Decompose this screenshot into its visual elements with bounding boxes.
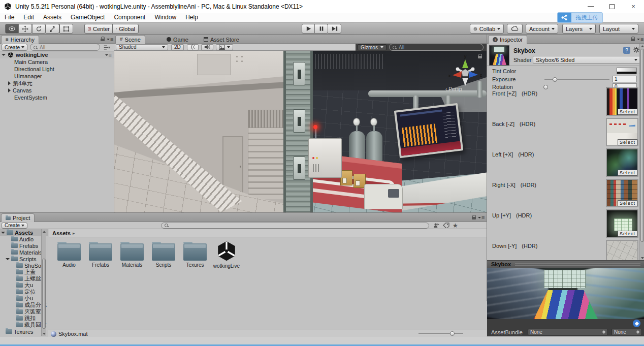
gizmos-dropdown[interactable]: Gizmos: [358, 44, 387, 50]
tree-item[interactable]: Materials: [0, 249, 48, 256]
texture-thumb-up[interactable]: Select: [606, 209, 638, 238]
scrollbar-thumb[interactable]: [42, 259, 46, 329]
audio-toggle-button[interactable]: [201, 44, 213, 50]
scale-tool-button[interactable]: [46, 24, 59, 34]
menu-file[interactable]: File: [0, 13, 19, 21]
tab-scene[interactable]: # Scene: [115, 35, 145, 44]
rotate-tool-button[interactable]: [32, 24, 46, 34]
expand-open-icon[interactable]: [2, 54, 6, 56]
tree-item[interactable]: ShuSo: [0, 262, 48, 269]
material-preview-thumb[interactable]: [489, 45, 509, 66]
hierarchy-item[interactable]: Directional Light: [0, 66, 114, 73]
menu-edit[interactable]: Edit: [19, 13, 39, 21]
asset-item-scene-wotkinglive[interactable]: wotkingLive: [212, 240, 241, 269]
hierarchy-item[interactable]: Main Camera: [0, 58, 114, 66]
tree-item[interactable]: 灭弧室: [0, 308, 48, 315]
scene-search-input[interactable]: [399, 45, 480, 50]
menu-window[interactable]: Window: [150, 13, 181, 21]
maximize-button[interactable]: [601, 0, 623, 13]
assetbundle-variant-dropdown[interactable]: None: [611, 329, 642, 335]
rotation-slider-thumb[interactable]: [543, 85, 548, 89]
menu-assets[interactable]: Assets: [39, 13, 66, 21]
minimize-button[interactable]: [580, 0, 601, 13]
asset-item-audio[interactable]: Audio: [55, 243, 83, 268]
asset-item-materials[interactable]: Materials: [118, 243, 146, 268]
persp-toggle[interactable]: ‹ Persp: [445, 86, 462, 92]
tree-item[interactable]: Frefabs: [0, 242, 48, 249]
cloud-button[interactable]: [507, 24, 523, 34]
space-toggle-button[interactable]: Global: [112, 24, 139, 34]
texture-thumb-right[interactable]: Select: [606, 179, 638, 207]
select-button[interactable]: Select: [618, 231, 637, 237]
hierarchy-create-button[interactable]: Create: [2, 44, 27, 51]
skybox-preview[interactable]: [487, 268, 644, 319]
select-button[interactable]: Select: [618, 109, 637, 115]
tint-color-swatch[interactable]: [617, 68, 637, 74]
tree-item[interactable]: Audio: [0, 236, 48, 242]
tree-item[interactable]: 载具回收: [0, 322, 48, 328]
tree-item[interactable]: 成品分拣: [0, 302, 48, 308]
favorites-star-icon[interactable]: ★: [453, 222, 458, 229]
gizmo-down-cone[interactable]: [462, 78, 468, 86]
preview-header[interactable]: Skybox: [487, 260, 644, 268]
tree-item[interactable]: 定位: [0, 289, 48, 295]
account-dropdown[interactable]: Account: [526, 24, 558, 34]
effects-dropdown-button[interactable]: [216, 44, 233, 50]
menu-component[interactable]: Component: [109, 13, 150, 21]
menu-help[interactable]: Help: [181, 13, 203, 21]
lighting-toggle-button[interactable]: [187, 44, 199, 50]
texture-thumb-back[interactable]: Select: [606, 118, 638, 146]
menu-gameobject[interactable]: GameObject: [66, 13, 109, 21]
sort-icon[interactable]: [103, 45, 110, 50]
inspector-scrollbar[interactable]: [639, 44, 644, 260]
gizmo-x-cone[interactable]: [453, 71, 462, 78]
exposure-slider[interactable]: [544, 79, 609, 80]
tree-item[interactable]: 大u: [0, 282, 48, 289]
icon-size-slider-thumb[interactable]: [450, 331, 455, 336]
texture-thumb-front[interactable]: Select: [606, 87, 638, 116]
hierarchy-search-input[interactable]: [40, 45, 96, 50]
hierarchy-search-field[interactable]: [30, 44, 100, 51]
scene-search-field[interactable]: [389, 44, 484, 51]
expand-closed-icon[interactable]: [8, 81, 11, 85]
gizmo-y-cone[interactable]: [462, 59, 468, 68]
play-button[interactable]: [302, 24, 315, 34]
scene-menu-icon[interactable]: ≡: [105, 52, 112, 58]
drag-upload-overlay-button[interactable]: 拖拽上传: [557, 12, 603, 23]
select-button[interactable]: Select: [618, 200, 637, 206]
step-button[interactable]: [328, 24, 341, 34]
tree-item-assets[interactable]: Assets: [0, 229, 48, 236]
shader-dropdown[interactable]: Skybox/6 Sided: [533, 56, 640, 64]
tree-item[interactable]: 小u: [0, 295, 48, 302]
draw-mode-dropdown[interactable]: Shaded: [116, 44, 168, 50]
rect-tool-button[interactable]: [59, 24, 73, 34]
icon-size-slider[interactable]: [418, 333, 463, 334]
scrollbar-thumb[interactable]: [640, 49, 644, 242]
move-tool-button[interactable]: [18, 24, 32, 34]
project-tree-scrollbar[interactable]: [41, 229, 46, 336]
scene-orientation-gizmo[interactable]: y x z: [447, 53, 484, 90]
select-button[interactable]: Select: [618, 170, 637, 176]
hierarchy-tab[interactable]: ≡ Hierarchy: [1, 35, 39, 44]
hierarchy-item[interactable]: Canvas: [0, 87, 114, 94]
expand-open-icon[interactable]: [6, 258, 10, 260]
project-search-input[interactable]: [171, 223, 426, 228]
tab-game[interactable]: Game: [163, 35, 192, 44]
breadcrumb-root[interactable]: Assets: [52, 230, 71, 236]
select-button[interactable]: Select: [618, 139, 637, 145]
texture-thumb-left[interactable]: Select: [606, 148, 638, 177]
project-search-field[interactable]: [161, 223, 429, 229]
help-icon[interactable]: ?: [623, 47, 630, 54]
hand-tool-button[interactable]: [5, 24, 19, 34]
tree-item[interactable]: Texures: [0, 328, 48, 335]
rotation-slider[interactable]: [544, 87, 609, 88]
panel-menu-icon[interactable]: ≡: [107, 36, 113, 42]
collab-button[interactable]: Collab: [470, 24, 504, 34]
pause-button[interactable]: [314, 24, 328, 34]
hierarchy-item[interactable]: UImanager: [0, 73, 114, 80]
tree-item[interactable]: 上盖: [0, 269, 48, 275]
panel-menu-icon[interactable]: ≡: [478, 214, 485, 221]
layout-dropdown[interactable]: Layout: [599, 24, 638, 34]
gizmo-z-cone[interactable]: [469, 71, 478, 78]
asset-item-texures[interactable]: Texures: [181, 243, 209, 268]
